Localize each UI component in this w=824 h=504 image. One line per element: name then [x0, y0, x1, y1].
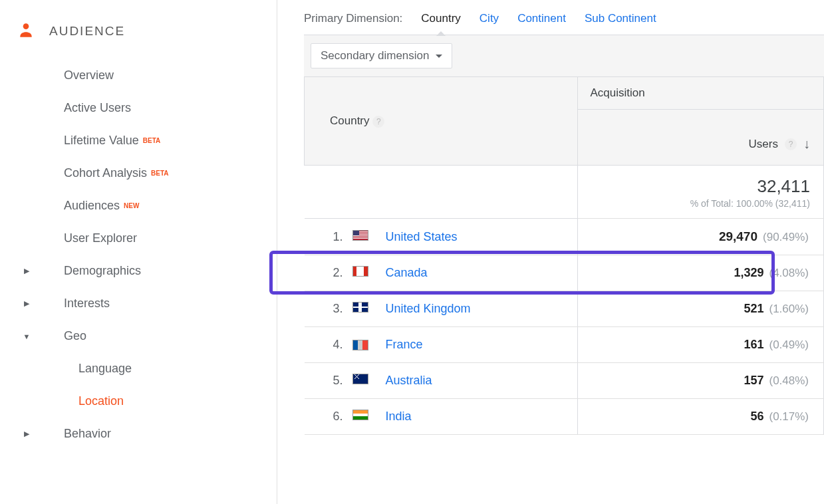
- th-acquisition-label: Acquisition: [578, 77, 823, 110]
- users-percent: (0.49%): [769, 338, 809, 351]
- rank-cell: 4.: [305, 327, 348, 363]
- users-percent: (4.08%): [769, 267, 809, 279]
- flag-cell: [348, 399, 372, 435]
- nav-label: Location: [78, 394, 124, 408]
- table-row: 2.Canada1,329(4.08%): [305, 255, 824, 291]
- country-cell: Canada: [372, 255, 578, 291]
- flag-ca-icon: [352, 266, 368, 277]
- sidebar-title: AUDIENCE: [49, 24, 125, 39]
- users-percent: (0.17%): [769, 410, 809, 423]
- nav-label: Interests: [64, 297, 110, 311]
- flag-cell: [348, 255, 372, 291]
- nav-label: Active Users: [64, 101, 131, 115]
- nav-audiences[interactable]: AudiencesNEW: [13, 189, 277, 222]
- sidebar: AUDIENCE OverviewActive UsersLifetime Va…: [0, 0, 277, 504]
- dimension-country[interactable]: Country: [421, 12, 461, 25]
- rank-cell: 3.: [305, 291, 348, 327]
- users-percent: (1.60%): [769, 303, 809, 315]
- nav-label: Geo: [64, 329, 86, 343]
- flag-cell: [348, 219, 372, 255]
- country-link[interactable]: Canada: [386, 266, 428, 279]
- primary-dimension-row: Primary Dimension: Country City Continen…: [304, 12, 824, 35]
- summary-cell: 32,411 % of Total: 100.00% (32,411): [578, 166, 824, 219]
- svg-point-0: [23, 23, 29, 29]
- table-row: 1.United States29,470(90.49%): [305, 219, 824, 255]
- dimension-city[interactable]: City: [480, 12, 499, 25]
- rank-cell: 5.: [305, 363, 348, 399]
- nav-label: Language: [78, 362, 132, 376]
- th-acquisition: Acquisition Users ? ↓: [578, 77, 824, 166]
- nav-cohort-analysis[interactable]: Cohort AnalysisBETA: [13, 157, 277, 189]
- badge-beta: BETA: [151, 170, 168, 177]
- country-link[interactable]: Australia: [386, 374, 432, 387]
- nav-label: Behavior: [64, 427, 111, 441]
- help-icon[interactable]: ?: [372, 116, 384, 128]
- sidebar-nav: OverviewActive UsersLifetime ValueBETACo…: [13, 59, 277, 450]
- nav-label: Lifetime Value: [64, 134, 139, 148]
- nav-interests[interactable]: ▶Interests: [13, 287, 277, 320]
- summary-row: 32,411 % of Total: 100.00% (32,411): [305, 166, 824, 219]
- nav-demographics[interactable]: ▶Demographics: [13, 255, 277, 287]
- badge-beta: BETA: [143, 137, 160, 144]
- country-cell: United States: [372, 219, 578, 255]
- users-cell: 1,329(4.08%): [578, 255, 824, 291]
- secondary-dimension-button[interactable]: Secondary dimension: [311, 43, 452, 68]
- flag-cell: [348, 363, 372, 399]
- flag-au-icon: [352, 374, 368, 384]
- nav-language[interactable]: Language: [13, 352, 277, 385]
- flag-in-icon: [352, 410, 368, 420]
- chevron-right-icon: ▶: [13, 299, 40, 308]
- table-row: 4.France161(0.49%): [305, 327, 824, 363]
- th-users-label: Users: [749, 138, 778, 151]
- country-cell: United Kingdom: [372, 291, 578, 327]
- summary-subtext: % of Total: 100.00% (32,411): [578, 198, 810, 209]
- users-cell: 157(0.48%): [578, 363, 824, 399]
- country-link[interactable]: United States: [386, 230, 458, 243]
- flag-cell: [348, 291, 372, 327]
- users-value: 56: [750, 410, 763, 423]
- nav-geo[interactable]: ▼Geo: [13, 320, 277, 352]
- audience-icon: [17, 21, 35, 41]
- geo-table: Country ? Acquisition Users ? ↓: [304, 77, 824, 435]
- country-cell: Australia: [372, 363, 578, 399]
- rank-cell: 6.: [305, 399, 348, 435]
- th-users[interactable]: Users ? ↓: [578, 110, 823, 165]
- chevron-down-icon: ▼: [13, 332, 40, 340]
- chevron-right-icon: ▶: [13, 430, 40, 438]
- users-cell: 29,470(90.49%): [578, 219, 824, 255]
- nav-active-users[interactable]: Active Users: [13, 92, 277, 124]
- flag-cell: [348, 327, 372, 363]
- country-link[interactable]: United Kingdom: [386, 302, 471, 315]
- flag-gb-icon: [352, 302, 368, 313]
- dimension-sub-continent[interactable]: Sub Continent: [585, 12, 656, 25]
- table-row: 6.India56(0.17%): [305, 399, 824, 435]
- nav-label: Demographics: [64, 264, 141, 278]
- country-cell: France: [372, 327, 578, 363]
- badge-new: NEW: [124, 202, 139, 209]
- th-country[interactable]: Country ?: [305, 77, 578, 166]
- users-value: 521: [744, 302, 763, 315]
- table-row: 3.United Kingdom521(1.60%): [305, 291, 824, 327]
- summary-total: 32,411: [578, 176, 810, 197]
- table-row: 5.Australia157(0.48%): [305, 363, 824, 399]
- flag-us-icon: [352, 230, 368, 241]
- nav-behavior[interactable]: ▶Behavior: [13, 418, 277, 450]
- rank-cell: 2.: [305, 255, 348, 291]
- rank-cell: 1.: [305, 219, 348, 255]
- caret-down-icon: [436, 55, 442, 58]
- users-value: 157: [744, 374, 763, 387]
- toolbar: Secondary dimension: [304, 35, 824, 77]
- country-link[interactable]: India: [386, 410, 412, 423]
- country-link[interactable]: France: [386, 338, 423, 351]
- nav-label: User Explorer: [64, 231, 137, 245]
- nav-label: Audiences: [64, 199, 120, 213]
- nav-user-explorer[interactable]: User Explorer: [13, 222, 277, 255]
- help-icon[interactable]: ?: [785, 138, 797, 150]
- sort-desc-icon: ↓: [803, 136, 810, 152]
- sidebar-header: AUDIENCE: [13, 13, 277, 59]
- nav-location[interactable]: Location: [13, 385, 277, 418]
- dimension-continent[interactable]: Continent: [517, 12, 566, 25]
- users-percent: (90.49%): [763, 231, 809, 243]
- nav-overview[interactable]: Overview: [13, 59, 277, 92]
- nav-lifetime-value[interactable]: Lifetime ValueBETA: [13, 124, 277, 157]
